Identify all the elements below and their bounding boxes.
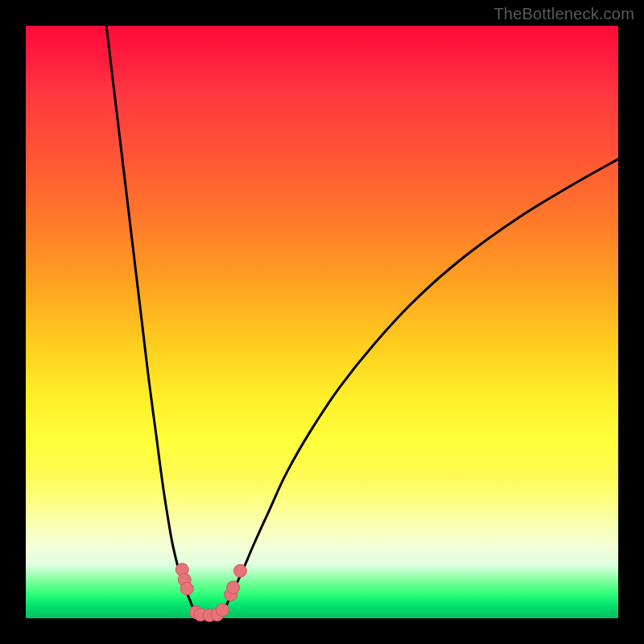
chart-plot-area — [26, 26, 618, 618]
data-marker-10 — [233, 564, 246, 577]
series-right-branch — [221, 159, 618, 617]
series-left-branch — [106, 26, 197, 617]
chart-series-group — [106, 26, 618, 617]
watermark-text: TheBottleneck.com — [493, 5, 634, 23]
chart-svg — [26, 26, 618, 618]
data-marker-9 — [227, 581, 240, 594]
chart-frame: TheBottleneck.com — [0, 0, 644, 644]
chart-markers-group — [175, 564, 246, 622]
data-marker-7 — [216, 604, 229, 617]
data-marker-2 — [180, 582, 193, 595]
